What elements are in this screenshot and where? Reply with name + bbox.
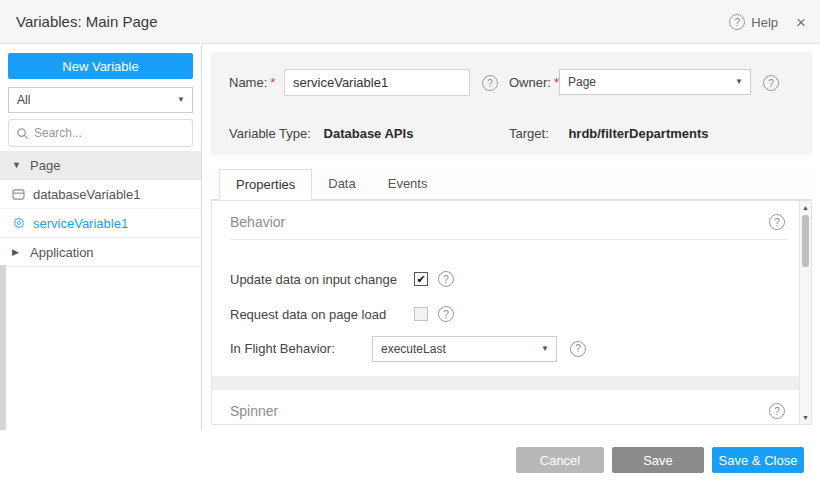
in-flight-row: In Flight Behavior: executeLast ▼ ? <box>230 335 775 362</box>
save-and-close-button[interactable]: Save & Close <box>712 447 804 473</box>
properties-panel: Behavior ? Update data on input change ✔… <box>211 200 812 425</box>
behavior-help-icon[interactable]: ? <box>769 214 785 230</box>
dialog-footer: Cancel Save Save & Close <box>0 430 820 487</box>
tree-group-label: Application <box>30 245 94 260</box>
spinner-section-header: Spinner ? <box>212 390 799 425</box>
tree-item-database-variable[interactable]: databaseVariable1 <box>0 180 201 209</box>
header-actions: ? Help × <box>729 0 806 44</box>
tab-events[interactable]: Events <box>372 169 444 199</box>
spinner-section: Spinner ? <box>212 390 799 424</box>
request-on-load-label: Request data on page load <box>230 307 414 322</box>
close-icon[interactable]: × <box>796 14 806 31</box>
in-flight-value: executeLast <box>381 342 446 356</box>
tab-data[interactable]: Data <box>312 169 371 199</box>
variable-search <box>8 119 193 147</box>
owner-label: Owner:* <box>509 69 559 96</box>
behavior-section-title: Behavior <box>230 214 285 230</box>
target-value: hrdb/filterDepartments <box>568 126 708 141</box>
behavior-section: Behavior ? Update data on input change ✔… <box>212 201 799 376</box>
help-link[interactable]: Help <box>751 15 778 30</box>
variables-tree: ▼ Page databaseVariable1 serviceVariable… <box>0 151 201 267</box>
chevron-down-icon: ▼ <box>177 88 185 112</box>
update-on-input-label: Update data on input change <box>230 272 414 287</box>
tree-item-label: databaseVariable1 <box>33 187 140 202</box>
request-on-load-row: Request data on page load ✔ ? <box>230 304 775 324</box>
update-on-input-checkbox[interactable]: ✔ <box>414 272 428 286</box>
variables-dialog: Variables: Main Page ? Help × New Variab… <box>0 0 820 487</box>
caret-down-icon: ▼ <box>12 160 22 170</box>
in-flight-select[interactable]: executeLast ▼ <box>372 336 557 362</box>
editor-tabs: Properties Data Events <box>211 169 812 200</box>
database-variable-icon <box>12 189 25 200</box>
owner-value: Page <box>568 75 596 89</box>
variable-filter-value: All <box>17 93 30 107</box>
variable-summary-form: Name:* ? Owner:* Page ▼ ? Variable Type:… <box>211 52 812 155</box>
target-label: Target: <box>509 126 549 141</box>
variable-type-value: Database APIs <box>324 126 414 141</box>
caret-right-icon: ▶ <box>12 247 22 257</box>
in-flight-label: In Flight Behavior: <box>230 341 372 356</box>
spinner-help-icon[interactable]: ? <box>769 403 785 419</box>
target-readout: Target: hrdb/filterDepartments <box>509 126 709 141</box>
check-icon: ✔ <box>416 273 425 286</box>
tab-properties[interactable]: Properties <box>219 169 312 200</box>
page-title: Variables: Main Page <box>16 0 157 44</box>
cancel-button[interactable]: Cancel <box>516 447 604 473</box>
tree-item-service-variable[interactable]: serviceVariable1 <box>0 209 201 238</box>
dialog-header: Variables: Main Page ? Help × <box>0 0 820 44</box>
tree-group-label: Page <box>30 158 60 173</box>
variables-sidebar: New Variable All ▼ ▼ Page databaseVariab… <box>0 45 202 430</box>
spinner-section-title: Spinner <box>230 403 278 419</box>
properties-scrollbar[interactable]: ▲ ▼ <box>799 201 811 424</box>
request-on-load-checkbox[interactable]: ✔ <box>414 307 428 321</box>
tree-group-application[interactable]: ▶ Application <box>0 238 201 267</box>
update-on-input-help-icon[interactable]: ? <box>438 271 454 287</box>
chevron-down-icon: ▼ <box>541 337 549 361</box>
variable-type-label: Variable Type: <box>229 126 311 141</box>
scrollbar-thumb[interactable] <box>802 215 809 267</box>
search-icon <box>16 127 29 140</box>
variable-filter-select[interactable]: All ▼ <box>8 87 193 113</box>
service-variable-gear-icon <box>12 217 25 229</box>
name-help-icon[interactable]: ? <box>482 75 498 91</box>
request-on-load-help-icon[interactable]: ? <box>438 306 454 322</box>
search-input[interactable] <box>34 126 185 140</box>
required-marker: * <box>270 75 275 90</box>
tree-group-page[interactable]: ▼ Page <box>0 151 201 180</box>
save-button[interactable]: Save <box>612 447 704 473</box>
section-divider <box>230 239 787 240</box>
chevron-down-icon: ▼ <box>735 70 743 94</box>
help-icon[interactable]: ? <box>729 14 745 30</box>
scroll-up-icon[interactable]: ▲ <box>800 204 811 211</box>
variable-type-readout: Variable Type: Database APIs <box>229 126 413 141</box>
new-variable-button[interactable]: New Variable <box>8 53 193 79</box>
name-field[interactable] <box>284 69 470 96</box>
in-flight-help-icon[interactable]: ? <box>570 341 586 357</box>
scroll-down-icon[interactable]: ▼ <box>800 414 811 421</box>
owner-select[interactable]: Page ▼ <box>559 69 751 95</box>
behavior-section-header: Behavior ? <box>212 201 799 239</box>
owner-help-icon[interactable]: ? <box>763 75 779 91</box>
variable-editor: Name:* ? Owner:* Page ▼ ? Variable Type:… <box>203 45 820 430</box>
tree-item-label: serviceVariable1 <box>33 216 128 231</box>
update-on-input-row: Update data on input change ✔ ? <box>230 269 775 289</box>
name-label: Name:* <box>229 69 275 96</box>
sidebar-scrollbar[interactable] <box>0 265 6 430</box>
